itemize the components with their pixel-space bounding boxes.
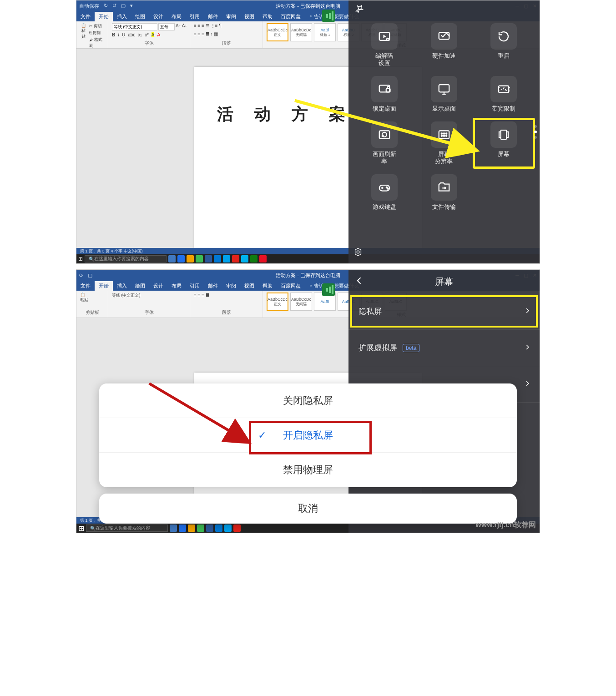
task-icon[interactable] bbox=[187, 255, 194, 262]
tile-screen[interactable]: 屏幕 bbox=[476, 121, 531, 165]
undo-icon[interactable]: ↻ bbox=[104, 3, 108, 10]
font-size-input[interactable] bbox=[158, 23, 175, 30]
svg-point-12 bbox=[441, 133, 443, 134]
privacy-action-sheet[interactable]: 关闭隐私屏 ✓ 开启隐私屏 禁用物理屏 bbox=[99, 383, 517, 487]
tab-file[interactable]: 文件 bbox=[76, 281, 95, 291]
highlight-button[interactable]: A bbox=[151, 32, 155, 37]
tile-restart[interactable]: 重启 bbox=[476, 23, 531, 67]
svg-point-13 bbox=[444, 133, 445, 134]
tab-baidu[interactable]: 百度网盘 bbox=[277, 281, 305, 291]
underline-button[interactable]: U bbox=[122, 32, 125, 37]
tab-review[interactable]: 审阅 bbox=[222, 281, 240, 291]
status-text: 第 1 页，共 3 页 4 个字 中文(中国) bbox=[80, 248, 143, 254]
paste-button[interactable]: 📋粘贴 bbox=[80, 23, 87, 40]
watermark: www.rjtj.cn软荐网 bbox=[475, 520, 536, 530]
option-close-privacy[interactable]: 关闭隐私屏 bbox=[99, 383, 517, 418]
cancel-button[interactable]: 取消 bbox=[99, 494, 517, 524]
tab-design[interactable]: 设计 bbox=[149, 281, 167, 291]
row-privacy-screen[interactable]: 隐私屏 bbox=[348, 293, 540, 330]
tab-file[interactable]: 文件 bbox=[76, 12, 95, 21]
tab-view[interactable]: 视图 bbox=[240, 281, 258, 291]
shrink-font-icon[interactable]: A↓ bbox=[182, 23, 187, 30]
tab-review[interactable]: 审阅 bbox=[222, 12, 240, 21]
font-label: 字体 bbox=[112, 40, 186, 46]
tile-refresh-rate[interactable]: 画面刷新率 bbox=[357, 121, 412, 165]
option-disable-physical[interactable]: 禁用物理屏 bbox=[99, 453, 517, 487]
svg-rect-11 bbox=[439, 131, 449, 139]
row-extend-virtual[interactable]: 扩展虚拟屏 beta bbox=[348, 330, 540, 366]
style-normal[interactable]: AaBbCcDc正文 bbox=[267, 23, 288, 41]
task-icon[interactable] bbox=[259, 255, 267, 262]
font-color-button[interactable]: A bbox=[157, 32, 160, 37]
window-title: 活动方案 - 已保存到这台电脑 bbox=[276, 3, 340, 10]
tab-references[interactable]: 引用 bbox=[186, 12, 204, 21]
grow-font-icon[interactable]: A↑ bbox=[176, 23, 181, 30]
row-label: 隐私屏 bbox=[358, 306, 382, 317]
task-icon[interactable] bbox=[223, 255, 230, 262]
start-icon[interactable]: ⊞ bbox=[78, 256, 83, 262]
task-icon[interactable] bbox=[205, 255, 212, 262]
style-nospacing[interactable]: AaBbCcDc无间隔 bbox=[290, 23, 312, 41]
tab-mailings[interactable]: 邮件 bbox=[204, 281, 222, 291]
italic-button[interactable]: I bbox=[118, 32, 119, 37]
tile-codec[interactable]: 编解码设置 bbox=[357, 23, 412, 67]
tab-references[interactable]: 引用 bbox=[186, 281, 204, 291]
copy-button[interactable]: ⎘ 复制 bbox=[89, 30, 104, 36]
tab-view[interactable]: 视图 bbox=[240, 12, 258, 21]
settings-icon[interactable] bbox=[353, 247, 363, 259]
tile-resolution[interactable]: 屏幕分辨率 bbox=[416, 121, 471, 165]
sup-button[interactable]: x² bbox=[145, 32, 148, 37]
pin-icon[interactable] bbox=[355, 4, 364, 15]
cut-button[interactable]: ✂ 剪切 bbox=[89, 23, 104, 29]
style-h1[interactable]: AaBl标题 1 bbox=[314, 23, 336, 41]
tile-game-keyboard[interactable]: 游戏键盘 bbox=[357, 174, 412, 211]
tab-help[interactable]: 帮助 bbox=[258, 281, 277, 291]
sub-button[interactable]: x₂ bbox=[138, 32, 142, 37]
font-name-input[interactable] bbox=[112, 23, 157, 30]
tab-home[interactable]: 开始 bbox=[95, 281, 113, 291]
task-icon[interactable] bbox=[196, 255, 203, 262]
back-icon[interactable] bbox=[355, 276, 364, 287]
tab-insert[interactable]: 插入 bbox=[113, 281, 131, 291]
tab-draw[interactable]: 绘图 bbox=[131, 281, 149, 291]
tile-lock-desktop[interactable]: 锁定桌面 bbox=[357, 76, 412, 112]
option-open-privacy[interactable]: ✓ 开启隐私屏 bbox=[99, 418, 517, 453]
task-icon[interactable] bbox=[241, 255, 248, 262]
tab-insert[interactable]: 插入 bbox=[113, 12, 131, 21]
tab-draw[interactable]: 绘图 bbox=[131, 12, 149, 21]
tab-mailings[interactable]: 邮件 bbox=[204, 12, 222, 21]
tab-home[interactable]: 开始 bbox=[95, 12, 113, 21]
qat-more-icon[interactable]: ▾ bbox=[130, 3, 133, 10]
save-icon[interactable]: ▢ bbox=[121, 3, 126, 10]
control-panel-overlay[interactable]: 编解码设置 硬件加速 重启 锁定桌面 显示桌面 带宽限制 画面刷新率 屏幕分辨率… bbox=[348, 0, 540, 263]
svg-point-17 bbox=[446, 135, 447, 136]
tile-hwaccel[interactable]: 硬件加速 bbox=[416, 23, 471, 67]
autosave-toggle[interactable]: 自动保存 bbox=[79, 3, 99, 10]
tile-show-desktop[interactable]: 显示桌面 bbox=[416, 76, 471, 112]
action-sheet-container: 关闭隐私屏 ✓ 开启隐私屏 禁用物理屏 取消 bbox=[76, 383, 540, 533]
task-icon[interactable] bbox=[214, 255, 221, 262]
tab-design[interactable]: 设计 bbox=[149, 12, 167, 21]
page-dots[interactable] bbox=[534, 125, 537, 139]
task-icon[interactable] bbox=[250, 255, 258, 262]
svg-point-14 bbox=[446, 133, 447, 134]
tab-help[interactable]: 帮助 bbox=[258, 12, 277, 21]
tile-bandwidth[interactable]: 带宽限制 bbox=[476, 76, 531, 112]
tab-layout[interactable]: 布局 bbox=[167, 281, 186, 291]
task-icon[interactable] bbox=[177, 255, 185, 262]
format-painter-button[interactable]: 🖌 格式刷 bbox=[89, 37, 104, 49]
task-icon[interactable] bbox=[232, 255, 239, 262]
window-title: 活动方案 - 已保存到这台电脑 bbox=[276, 272, 340, 279]
redo-icon[interactable]: ↺ bbox=[112, 3, 116, 10]
strike-button[interactable]: abc bbox=[128, 32, 135, 37]
tab-layout[interactable]: 布局 bbox=[167, 12, 186, 21]
chevron-right-icon bbox=[524, 343, 530, 353]
quick-access-toolbar[interactable]: 自动保存 ↻ ↺ ▢ ▾ bbox=[79, 3, 133, 10]
taskbar-search[interactable]: 🔍 在这里输入你要搜索的内容 bbox=[85, 255, 167, 262]
group-clipboard: 📋粘贴 ✂ 剪切 ⎘ 复制 🖌 格式刷 剪贴板 bbox=[76, 21, 108, 48]
task-icon[interactable] bbox=[168, 255, 176, 262]
tab-baidu[interactable]: 百度网盘 bbox=[277, 12, 305, 21]
svg-rect-6 bbox=[439, 85, 449, 92]
tile-file-transfer[interactable]: 文件传输 bbox=[416, 174, 471, 211]
bold-button[interactable]: B bbox=[112, 32, 115, 37]
